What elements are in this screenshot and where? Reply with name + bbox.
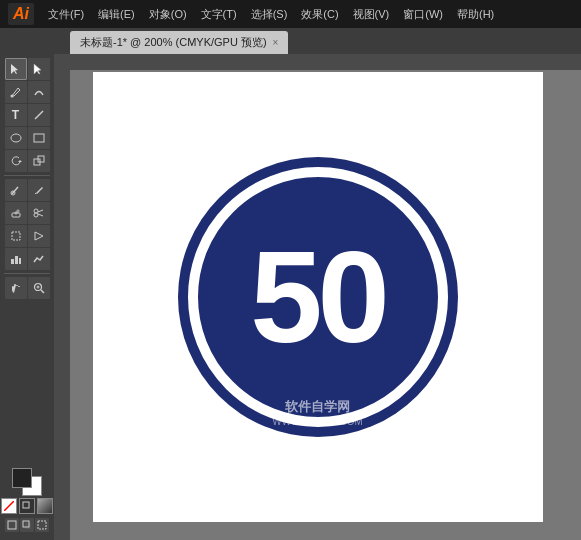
svg-point-2 bbox=[10, 95, 13, 98]
zoom-tool[interactable] bbox=[28, 277, 50, 299]
menu-view[interactable]: 视图(V) bbox=[347, 4, 396, 25]
svg-rect-26 bbox=[25, 523, 31, 529]
paintbrush-tool[interactable] bbox=[5, 179, 27, 201]
menu-object[interactable]: 对象(O) bbox=[143, 4, 193, 25]
svg-line-3 bbox=[35, 111, 43, 119]
menu-edit[interactable]: 编辑(E) bbox=[92, 4, 141, 25]
color-selector[interactable] bbox=[12, 468, 42, 496]
artboard-tool[interactable] bbox=[5, 225, 27, 247]
color-area bbox=[1, 468, 53, 536]
svg-point-4 bbox=[11, 134, 21, 142]
tab-label: 未标题-1* @ 200% (CMYK/GPU 预览) bbox=[80, 35, 267, 50]
svg-rect-25 bbox=[8, 521, 16, 529]
draw-mode-normal[interactable] bbox=[5, 518, 19, 532]
tool-row-1 bbox=[5, 58, 50, 80]
selection-tool[interactable] bbox=[5, 58, 27, 80]
svg-rect-18 bbox=[19, 258, 21, 264]
pen-tool[interactable] bbox=[5, 81, 27, 103]
speed-number: 50 bbox=[250, 232, 385, 362]
tool-row-9 bbox=[5, 248, 50, 270]
main-layout: T bbox=[0, 54, 581, 540]
eraser-tool[interactable] bbox=[5, 202, 27, 224]
svg-rect-24 bbox=[23, 502, 29, 508]
svg-marker-6 bbox=[18, 160, 22, 162]
swap-icon[interactable] bbox=[19, 498, 35, 514]
line-chart-tool[interactable] bbox=[28, 248, 50, 270]
svg-rect-5 bbox=[34, 134, 44, 142]
gradient-icon[interactable] bbox=[37, 498, 53, 514]
toolbar-separator-2 bbox=[4, 273, 50, 274]
tabbar: 未标题-1* @ 200% (CMYK/GPU 预览) × bbox=[0, 28, 581, 54]
tool-row-7 bbox=[5, 202, 50, 224]
menu-effect[interactable]: 效果(C) bbox=[295, 4, 344, 25]
ruler-left bbox=[54, 54, 70, 540]
canvas-area: 50 软件自学网 WWW.RJZXW.COM bbox=[54, 54, 581, 540]
svg-line-13 bbox=[38, 210, 43, 212]
menu-help[interactable]: 帮助(H) bbox=[451, 4, 500, 25]
direct-selection-tool[interactable] bbox=[28, 58, 50, 80]
tool-row-extra bbox=[5, 518, 49, 532]
draw-mode-inside[interactable] bbox=[35, 518, 49, 532]
svg-marker-0 bbox=[11, 64, 18, 74]
document-tab[interactable]: 未标题-1* @ 200% (CMYK/GPU 预览) × bbox=[70, 31, 288, 54]
titlebar: Ai 文件(F) 编辑(E) 对象(O) 文字(T) 选择(S) 效果(C) 视… bbox=[0, 0, 581, 28]
tool-row-6 bbox=[5, 179, 50, 201]
curvature-tool[interactable] bbox=[28, 81, 50, 103]
ellipse-tool[interactable] bbox=[5, 127, 27, 149]
tab-close-button[interactable]: × bbox=[273, 37, 279, 48]
draw-mode-behind[interactable] bbox=[20, 518, 34, 532]
tool-row-8 bbox=[5, 225, 50, 247]
svg-line-14 bbox=[38, 214, 43, 216]
menu-file[interactable]: 文件(F) bbox=[42, 4, 90, 25]
tool-row-2 bbox=[5, 81, 50, 103]
type-tool[interactable]: T bbox=[5, 104, 27, 126]
svg-rect-28 bbox=[38, 521, 46, 529]
svg-line-20 bbox=[41, 290, 44, 293]
svg-line-23 bbox=[4, 501, 14, 511]
svg-rect-15 bbox=[12, 232, 20, 240]
hand-tool[interactable] bbox=[5, 277, 27, 299]
bar-chart-tool[interactable] bbox=[5, 248, 27, 270]
slice-tool[interactable] bbox=[28, 225, 50, 247]
canvas-content: 50 软件自学网 WWW.RJZXW.COM bbox=[93, 72, 543, 522]
menu-window[interactable]: 窗口(W) bbox=[397, 4, 449, 25]
tool-row-4 bbox=[5, 127, 50, 149]
none-icon[interactable] bbox=[1, 498, 17, 514]
rect-tool[interactable] bbox=[28, 127, 50, 149]
menu-text[interactable]: 文字(T) bbox=[195, 4, 243, 25]
tool-row-10 bbox=[5, 277, 50, 299]
small-tools bbox=[1, 498, 53, 514]
line-tool[interactable] bbox=[28, 104, 50, 126]
menu-select[interactable]: 选择(S) bbox=[245, 4, 294, 25]
speed-sign-outer-circle: 50 bbox=[178, 157, 458, 437]
scale-tool[interactable] bbox=[28, 150, 50, 172]
speed-sign-ring: 50 bbox=[188, 167, 448, 427]
svg-point-12 bbox=[34, 213, 38, 217]
rotate-tool[interactable] bbox=[5, 150, 27, 172]
svg-point-11 bbox=[34, 209, 38, 213]
svg-rect-17 bbox=[15, 256, 18, 264]
pencil-tool[interactable] bbox=[28, 179, 50, 201]
tool-row-5 bbox=[5, 150, 50, 172]
scissors-tool[interactable] bbox=[28, 202, 50, 224]
svg-rect-16 bbox=[11, 259, 14, 264]
foreground-color-box[interactable] bbox=[12, 468, 32, 488]
tool-row-3: T bbox=[5, 104, 50, 126]
toolbar: T bbox=[0, 54, 54, 540]
toolbar-separator-1 bbox=[4, 175, 50, 176]
svg-marker-1 bbox=[34, 64, 41, 74]
ai-logo: Ai bbox=[8, 3, 34, 25]
ruler-top bbox=[54, 54, 581, 70]
menu-bar: 文件(F) 编辑(E) 对象(O) 文字(T) 选择(S) 效果(C) 视图(V… bbox=[42, 4, 500, 25]
